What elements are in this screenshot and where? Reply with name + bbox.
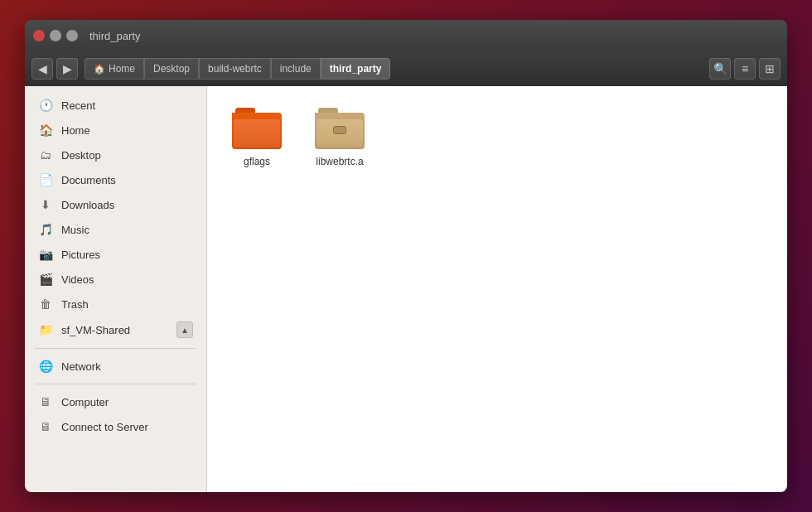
eject-button[interactable]: ▲ xyxy=(176,321,193,338)
breadcrumb-third-party-label: third_party xyxy=(330,63,382,75)
titlebar: third_party xyxy=(25,20,787,51)
sf-shared-row: sf_VM-Shared ▲ xyxy=(61,321,193,338)
close-button[interactable] xyxy=(33,30,45,41)
sidebar-item-home-label: Home xyxy=(61,124,90,137)
maximize-button[interactable] xyxy=(66,30,78,41)
recent-icon: 🕐 xyxy=(38,98,53,113)
window-controls xyxy=(33,30,78,41)
grid-view-icon: ⊞ xyxy=(765,62,775,75)
computer-icon: 🖥 xyxy=(38,394,53,409)
sidebar-item-network-label: Network xyxy=(61,360,101,373)
file-libwebrtc-label: libwebrtc.a xyxy=(316,156,363,167)
breadcrumb-desktop[interactable]: Desktop xyxy=(144,58,199,80)
home-sidebar-icon: 🏠 xyxy=(38,123,53,138)
sidebar-item-recent[interactable]: 🕐 Recent xyxy=(25,93,206,118)
sidebar-item-trash[interactable]: 🗑 Trash xyxy=(25,292,206,316)
file-gflags-label: gflags xyxy=(244,156,270,167)
sidebar-item-downloads-label: Downloads xyxy=(61,199,114,211)
breadcrumb-third-party[interactable]: third_party xyxy=(321,58,391,80)
sidebar-item-connect-to-server-label: Connect to Server xyxy=(61,421,148,433)
window-title: third_party xyxy=(89,30,140,42)
breadcrumb-include-label: include xyxy=(280,63,312,75)
breadcrumb-home[interactable]: 🏠 Home xyxy=(85,58,144,80)
sidebar-item-sf-vm-shared-label: sf_VM-Shared xyxy=(61,324,130,336)
list-view-icon: ≡ xyxy=(742,62,748,75)
breadcrumb-home-label: Home xyxy=(109,63,135,75)
search-button[interactable]: 🔍 xyxy=(709,58,731,80)
search-icon: 🔍 xyxy=(713,62,727,75)
file-manager-window: third_party ◀ ▶ 🏠 Home Desktop build-web… xyxy=(25,20,787,492)
breadcrumb-build-webrtc[interactable]: build-webrtc xyxy=(199,58,271,80)
sidebar-separator-2 xyxy=(35,384,196,384)
breadcrumb-desktop-label: Desktop xyxy=(153,63,190,75)
breadcrumb: 🏠 Home Desktop build-webrtc include thir… xyxy=(85,58,390,80)
file-area: gflags libwebrtc.a xyxy=(207,86,787,492)
desktop-icon: 🗂 xyxy=(38,147,53,162)
sidebar-item-music-label: Music xyxy=(61,224,89,236)
sidebar-item-connect-to-server[interactable]: 🖥 Connect to Server xyxy=(25,414,206,439)
sidebar-separator xyxy=(35,348,196,349)
toolbar: ◀ ▶ 🏠 Home Desktop build-webrtc include … xyxy=(25,51,787,86)
sidebar-item-pictures-label: Pictures xyxy=(61,249,100,261)
sidebar-item-videos-label: Videos xyxy=(61,273,94,286)
sidebar-item-music[interactable]: 🎵 Music xyxy=(25,217,206,242)
downloads-icon: ⬇ xyxy=(38,197,53,212)
breadcrumb-build-webrtc-label: build-webrtc xyxy=(208,63,262,75)
sidebar-item-downloads[interactable]: ⬇ Downloads xyxy=(25,192,206,217)
minimize-button[interactable] xyxy=(50,30,61,41)
sidebar-item-trash-label: Trash xyxy=(61,298,89,311)
sidebar-item-recent-label: Recent xyxy=(61,99,95,112)
forward-button[interactable]: ▶ xyxy=(56,58,78,80)
sidebar-item-documents-label: Documents xyxy=(61,174,116,186)
sidebar-item-computer[interactable]: 🖥 Computer xyxy=(25,389,206,414)
connect-to-server-icon: 🖥 xyxy=(38,419,53,434)
list-view-button[interactable]: ≡ xyxy=(734,58,756,80)
sidebar-item-network[interactable]: 🌐 Network xyxy=(25,354,206,379)
folder-libwebrtc-icon xyxy=(315,108,365,151)
sidebar-item-pictures[interactable]: 📷 Pictures xyxy=(25,242,206,267)
sidebar-item-home[interactable]: 🏠 Home xyxy=(25,118,206,142)
folder-gflags-icon xyxy=(232,108,282,151)
pictures-icon: 📷 xyxy=(38,247,53,262)
main-area: 🕐 Recent 🏠 Home 🗂 Desktop 📄 Documents ⬇ … xyxy=(25,86,787,492)
documents-icon: 📄 xyxy=(38,172,53,187)
breadcrumb-include[interactable]: include xyxy=(271,58,321,80)
sidebar-item-videos[interactable]: 🎬 Videos xyxy=(25,267,206,292)
grid-view-button[interactable]: ⊞ xyxy=(759,58,781,80)
music-icon: 🎵 xyxy=(38,222,53,237)
file-item-libwebrtc[interactable]: libwebrtc.a xyxy=(307,103,373,172)
toolbar-actions: 🔍 ≡ ⊞ xyxy=(709,58,781,80)
network-icon: 🌐 xyxy=(38,359,53,374)
file-grid: gflags libwebrtc.a xyxy=(224,103,771,172)
back-button[interactable]: ◀ xyxy=(31,58,53,80)
sidebar-item-sf-vm-shared[interactable]: 📁 sf_VM-Shared ▲ xyxy=(25,316,206,343)
trash-icon: 🗑 xyxy=(38,297,53,312)
videos-icon: 🎬 xyxy=(38,272,53,287)
file-item-gflags[interactable]: gflags xyxy=(224,103,290,172)
sidebar-item-desktop-label: Desktop xyxy=(61,149,101,162)
sf-vm-shared-icon: 📁 xyxy=(38,322,53,337)
sidebar-item-desktop[interactable]: 🗂 Desktop xyxy=(25,142,206,167)
sidebar-item-documents[interactable]: 📄 Documents xyxy=(25,167,206,192)
home-icon: 🏠 xyxy=(94,64,105,75)
sidebar-item-computer-label: Computer xyxy=(61,396,109,408)
sidebar: 🕐 Recent 🏠 Home 🗂 Desktop 📄 Documents ⬇ … xyxy=(25,86,207,492)
